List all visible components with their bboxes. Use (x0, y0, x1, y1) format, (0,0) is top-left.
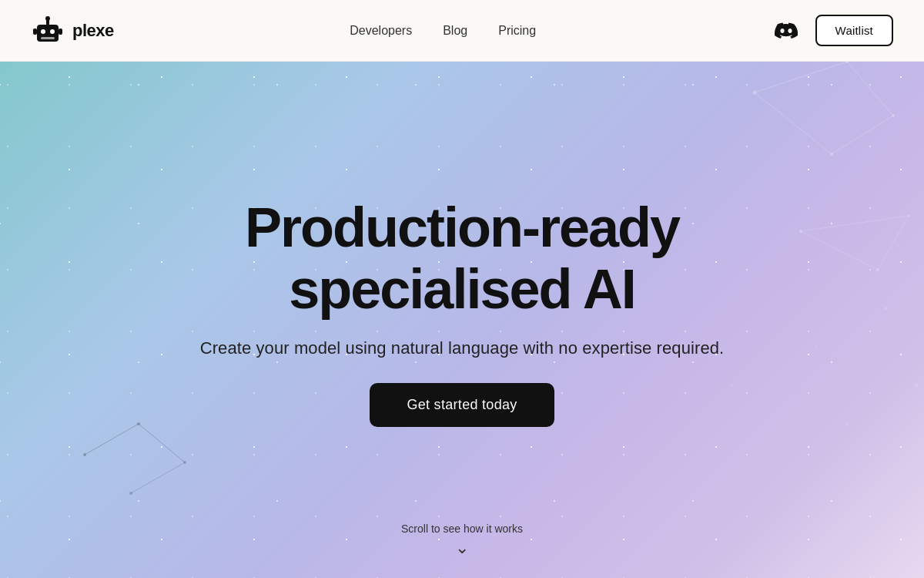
svg-line-8 (755, 92, 832, 154)
svg-point-26 (915, 384, 918, 387)
svg-line-10 (847, 62, 893, 116)
svg-point-28 (846, 423, 849, 425)
svg-point-32 (83, 453, 86, 456)
cta-button[interactable]: Get started today (370, 383, 554, 427)
plexe-logo-icon (31, 14, 65, 48)
svg-point-21 (908, 215, 910, 217)
svg-line-29 (85, 424, 139, 455)
svg-line-9 (832, 116, 893, 154)
nav-link-pricing[interactable]: Pricing (498, 24, 536, 38)
svg-point-15 (753, 91, 757, 95)
chevron-down-icon: ⌄ (455, 539, 469, 556)
svg-rect-6 (33, 29, 37, 35)
hero-content: Production-ready specialised AI Create y… (116, 197, 808, 426)
svg-point-35 (129, 492, 132, 495)
svg-line-11 (755, 62, 847, 92)
svg-line-31 (131, 462, 185, 493)
svg-point-20 (876, 268, 879, 271)
svg-line-12 (801, 231, 878, 270)
hero-section: Production-ready specialised AI Create y… (0, 0, 924, 578)
nav-link-developers[interactable]: Developers (350, 24, 412, 38)
svg-point-34 (183, 461, 186, 464)
logo[interactable]: plexe (31, 14, 114, 48)
svg-point-16 (830, 153, 833, 156)
svg-rect-7 (59, 29, 62, 35)
svg-line-14 (801, 216, 909, 231)
scroll-text: Scroll to see how it works (401, 523, 523, 535)
scroll-indicator: Scroll to see how it works ⌄ (401, 523, 523, 556)
navbar: plexe Developers Blog Pricing Waitlist (0, 0, 924, 62)
svg-point-24 (885, 307, 887, 310)
hero-subtitle: Create your model using natural language… (200, 338, 725, 358)
svg-line-30 (139, 424, 185, 462)
svg-point-2 (50, 29, 55, 34)
discord-icon[interactable] (772, 17, 800, 45)
svg-point-1 (41, 29, 45, 34)
svg-rect-3 (41, 37, 55, 39)
waitlist-button[interactable]: Waitlist (815, 15, 893, 46)
svg-point-25 (815, 346, 817, 348)
hero-title: Production-ready specialised AI (116, 197, 808, 319)
nav-right: Waitlist (772, 15, 893, 46)
svg-point-5 (45, 16, 50, 21)
svg-line-13 (878, 216, 909, 270)
svg-point-17 (892, 114, 895, 117)
logo-text: plexe (72, 21, 114, 41)
nav-links: Developers Blog Pricing (350, 24, 536, 38)
nav-link-blog[interactable]: Blog (443, 24, 467, 38)
